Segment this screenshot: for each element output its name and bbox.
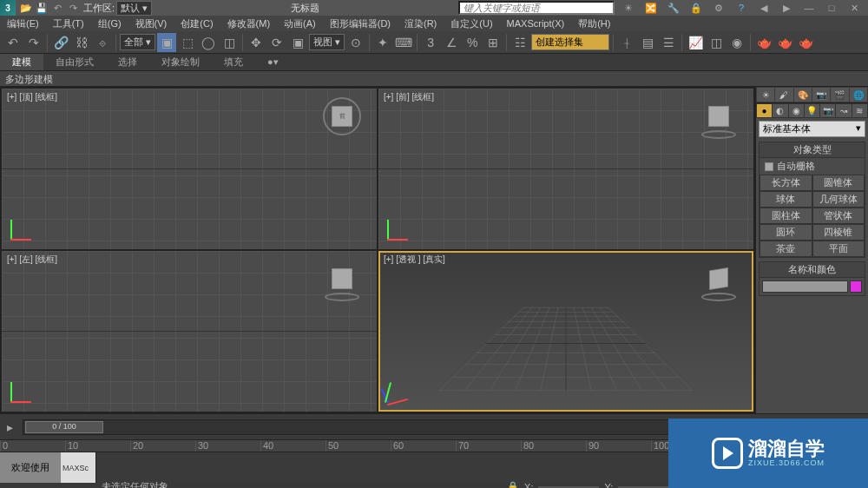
tb-random-icon[interactable]: 🔀 bbox=[641, 1, 661, 15]
menu-help[interactable]: 帮助(H) bbox=[571, 17, 617, 30]
ribbon-tab-selection[interactable]: 选择 bbox=[106, 54, 149, 70]
cmd-tab-utilities[interactable]: 🌐 bbox=[850, 88, 867, 102]
sub-geometry-icon[interactable]: ● bbox=[757, 104, 772, 117]
angle-snap-button[interactable]: ∠ bbox=[442, 33, 461, 52]
maxscript-mini[interactable]: MAXSc bbox=[61, 452, 95, 483]
menu-rendering[interactable]: 渲染(R) bbox=[398, 17, 444, 30]
render-button[interactable]: 🫖 bbox=[796, 33, 815, 52]
ref-coord-dropdown[interactable]: 视图 ▾ bbox=[309, 34, 345, 50]
material-editor-button[interactable]: ◉ bbox=[727, 33, 746, 52]
cmd-tab-hierarchy[interactable]: 🎨 bbox=[794, 88, 812, 102]
keyboard-shortcut-button[interactable]: ⌨ bbox=[394, 33, 413, 52]
btn-torus[interactable]: 圆环 bbox=[760, 224, 812, 241]
ribbon-tab-objectpaint[interactable]: 对象绘制 bbox=[149, 54, 212, 70]
ribbon-panel-polymodeling[interactable]: 多边形建模 bbox=[0, 71, 868, 87]
viewport-top[interactable]: [+] [顶] [线框] 前 bbox=[2, 89, 377, 249]
viewport-top-label[interactable]: [+] [顶] [线框] bbox=[7, 91, 57, 103]
coord-x-input[interactable] bbox=[538, 486, 599, 488]
snap-toggle-button[interactable]: 3 bbox=[421, 33, 440, 52]
sub-cameras-icon[interactable]: 💡 bbox=[805, 104, 819, 117]
viewport-left-label[interactable]: [+] [左] [线框] bbox=[7, 254, 57, 266]
named-selection-dropdown[interactable]: 创建选择集 bbox=[531, 34, 609, 50]
move-button[interactable]: ✥ bbox=[247, 33, 266, 52]
app-icon[interactable]: 3 bbox=[0, 0, 16, 16]
window-crossing-button[interactable]: ◫ bbox=[220, 33, 239, 52]
scale-button[interactable]: ▣ bbox=[288, 33, 307, 52]
viewcube-persp[interactable] bbox=[698, 258, 740, 300]
layers-button[interactable]: ☰ bbox=[659, 33, 678, 52]
menu-maxscript[interactable]: MAXScript(X) bbox=[500, 18, 572, 29]
undo-button[interactable]: ↶ bbox=[3, 33, 23, 52]
tb-lock-icon[interactable]: 🔒 bbox=[686, 1, 707, 15]
bind-button[interactable]: ⟐ bbox=[93, 33, 112, 52]
menu-tools[interactable]: 工具(T) bbox=[46, 17, 91, 30]
pivot-button[interactable]: ⊙ bbox=[346, 33, 365, 52]
qat-redo-icon[interactable]: ↷ bbox=[66, 1, 80, 15]
unlink-button[interactable]: ⛓ bbox=[72, 33, 91, 52]
btn-pyramid[interactable]: 四棱锥 bbox=[812, 224, 865, 241]
ribbon-expand[interactable]: ●▾ bbox=[255, 55, 291, 69]
sub-lights-icon[interactable]: ◉ bbox=[789, 104, 804, 117]
ribbon-tab-freeform[interactable]: 自由形式 bbox=[43, 54, 106, 70]
cmd-tab-create[interactable]: ☀ bbox=[757, 88, 774, 102]
viewcube-top[interactable]: 前 bbox=[321, 96, 363, 137]
close-button[interactable]: ✕ bbox=[844, 1, 865, 15]
tb-wrench-icon[interactable]: 🔧 bbox=[663, 1, 684, 15]
qat-save-icon[interactable]: 💾 bbox=[35, 1, 49, 15]
rotate-button[interactable]: ⟳ bbox=[267, 33, 286, 52]
btn-tube[interactable]: 管状体 bbox=[812, 208, 865, 224]
select-region-button[interactable]: ◯ bbox=[199, 33, 218, 52]
edit-named-sel-button[interactable]: ☷ bbox=[510, 33, 529, 52]
menu-modifiers[interactable]: 修改器(M) bbox=[220, 17, 278, 30]
tb-sun-icon[interactable]: ☀ bbox=[618, 1, 639, 15]
selection-filter-dropdown[interactable]: 全部 ▾ bbox=[120, 34, 155, 50]
menu-view[interactable]: 视图(V) bbox=[128, 17, 174, 30]
viewport-left[interactable]: [+] [左] [线框] bbox=[2, 251, 377, 412]
btn-cone[interactable]: 圆锥体 bbox=[812, 175, 865, 191]
minimize-button[interactable]: — bbox=[799, 1, 819, 15]
menu-animation[interactable]: 动画(A) bbox=[277, 17, 323, 30]
timeline-play-icon[interactable]: ▸ bbox=[0, 418, 19, 437]
viewport-front-label[interactable]: [+] [前] [线框] bbox=[384, 91, 434, 103]
mirror-button[interactable]: ⟊ bbox=[617, 33, 636, 52]
help-icon[interactable]: ? bbox=[731, 1, 752, 15]
cmd-tab-display[interactable]: 🎬 bbox=[831, 88, 848, 102]
menu-grapheditors[interactable]: 图形编辑器(D) bbox=[323, 17, 398, 30]
menu-group[interactable]: 组(G) bbox=[91, 17, 128, 30]
select-object-button[interactable]: ▣ bbox=[157, 33, 176, 52]
viewport-front[interactable]: [+] [前] [线框] bbox=[378, 89, 753, 249]
cmd-tab-motion[interactable]: 📷 bbox=[812, 88, 830, 102]
manipulate-button[interactable]: ✦ bbox=[373, 33, 392, 52]
lock-selection-icon[interactable]: 🔒 bbox=[507, 481, 519, 488]
select-name-button[interactable]: ⬚ bbox=[178, 33, 197, 52]
viewport-persp-label[interactable]: [+] [透视 ] [真实] bbox=[384, 254, 445, 266]
btn-teapot[interactable]: 茶壶 bbox=[760, 241, 812, 257]
menu-create[interactable]: 创建(C) bbox=[174, 17, 220, 30]
prev-icon[interactable]: ◀ bbox=[753, 1, 774, 15]
time-slider-handle[interactable]: 0 / 100 bbox=[25, 421, 103, 433]
schematic-button[interactable]: ◫ bbox=[707, 33, 726, 52]
align-button[interactable]: ▤ bbox=[638, 33, 657, 52]
menu-edit[interactable]: 编辑(E) bbox=[0, 17, 46, 30]
sub-helpers-icon[interactable]: 📷 bbox=[820, 104, 835, 117]
sub-spacewarps-icon[interactable]: ↝ bbox=[836, 104, 851, 117]
next-icon[interactable]: ▶ bbox=[776, 1, 797, 15]
maximize-button[interactable]: □ bbox=[821, 1, 842, 15]
render-frame-button[interactable]: 🫖 bbox=[775, 33, 794, 52]
sub-shapes-icon[interactable]: ◐ bbox=[773, 104, 787, 117]
viewcube-front[interactable] bbox=[698, 96, 740, 137]
btn-sphere[interactable]: 球体 bbox=[760, 191, 812, 208]
viewport-perspective[interactable]: [+] [透视 ] [真实] bbox=[378, 251, 753, 412]
cmd-tab-modify[interactable]: 🖌 bbox=[775, 88, 792, 102]
search-input[interactable] bbox=[458, 1, 615, 15]
workspace-dropdown[interactable]: 默认 ▾ bbox=[116, 1, 152, 16]
btn-cylinder[interactable]: 圆柱体 bbox=[760, 208, 812, 224]
object-color-swatch[interactable] bbox=[850, 280, 862, 293]
btn-geosphere[interactable]: 几何球体 bbox=[812, 191, 865, 208]
autogrid-checkbox[interactable]: 自动栅格 bbox=[760, 158, 865, 175]
sub-systems-icon[interactable]: ≋ bbox=[852, 104, 867, 117]
render-setup-button[interactable]: 🫖 bbox=[754, 33, 773, 52]
btn-box[interactable]: 长方体 bbox=[760, 175, 812, 191]
rollout-name-color[interactable]: 名称和颜色 bbox=[760, 262, 865, 278]
percent-snap-button[interactable]: % bbox=[463, 33, 482, 52]
